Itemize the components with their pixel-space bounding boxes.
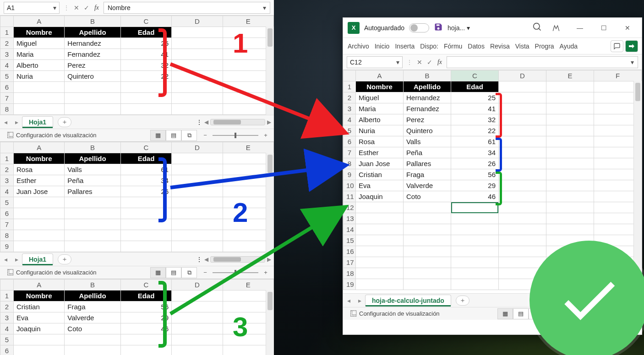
cell[interactable]: Fraga bbox=[65, 301, 121, 312]
cell[interactable] bbox=[65, 82, 121, 93]
column-header[interactable]: E bbox=[223, 142, 273, 153]
cell[interactable] bbox=[65, 241, 121, 252]
cell[interactable] bbox=[65, 208, 121, 219]
row-header[interactable]: 6 bbox=[0, 208, 14, 219]
cell[interactable] bbox=[120, 241, 171, 252]
row-header[interactable]: 18 bbox=[344, 268, 356, 279]
cell[interactable]: Joaquin bbox=[356, 191, 404, 202]
cell[interactable] bbox=[546, 114, 594, 125]
column-header[interactable]: C bbox=[120, 16, 171, 27]
cell[interactable]: 41 bbox=[451, 103, 499, 114]
cell[interactable] bbox=[498, 114, 546, 125]
cell[interactable] bbox=[498, 92, 546, 103]
cancel-icon[interactable]: ✕ bbox=[415, 59, 425, 66]
cell[interactable] bbox=[498, 191, 546, 202]
comments-button[interactable] bbox=[611, 40, 623, 52]
cell[interactable] bbox=[172, 93, 223, 104]
horizontal-scrollbar[interactable] bbox=[210, 119, 265, 125]
row-header[interactable]: 13 bbox=[344, 213, 356, 224]
header-cell[interactable]: Apellido bbox=[65, 290, 121, 301]
cell[interactable]: Esther bbox=[356, 147, 404, 158]
cell[interactable] bbox=[172, 323, 223, 334]
header-cell[interactable]: Nombre bbox=[13, 27, 64, 38]
row-header[interactable]: 6 bbox=[0, 82, 14, 93]
cell[interactable] bbox=[120, 104, 171, 115]
cell[interactable]: Peña bbox=[404, 147, 451, 158]
cell[interactable] bbox=[13, 241, 64, 252]
cell[interactable] bbox=[546, 158, 594, 169]
cell[interactable] bbox=[546, 147, 594, 158]
view-page-break-button[interactable]: ⧉ bbox=[181, 267, 197, 278]
cell[interactable] bbox=[546, 136, 594, 147]
display-settings-button[interactable]: ⿺ Configuración de visualización bbox=[7, 269, 97, 276]
vertical-scrollbar[interactable] bbox=[266, 27, 274, 115]
cell[interactable]: 34 bbox=[451, 147, 499, 158]
cell[interactable] bbox=[356, 213, 404, 224]
cell[interactable]: Coto bbox=[65, 323, 121, 334]
formula-input[interactable]: ▾ bbox=[447, 56, 638, 68]
ribbon-tab[interactable]: Ayuda bbox=[557, 38, 580, 54]
cell[interactable] bbox=[13, 104, 64, 115]
cell[interactable] bbox=[546, 169, 594, 180]
column-header[interactable]: A bbox=[356, 70, 404, 81]
cell[interactable]: Juan Jose bbox=[356, 158, 404, 169]
cell[interactable] bbox=[546, 202, 594, 213]
chevron-down-icon[interactable]: ▾ bbox=[396, 59, 399, 66]
row-header[interactable]: 3 bbox=[0, 312, 14, 323]
cell[interactable] bbox=[451, 224, 499, 235]
row-header[interactable]: 2 bbox=[344, 92, 356, 103]
zoom-in-button[interactable]: + bbox=[262, 132, 269, 139]
row-header[interactable]: 8 bbox=[0, 104, 14, 115]
cell[interactable] bbox=[13, 93, 64, 104]
cell[interactable]: Maria bbox=[356, 103, 404, 114]
row-header[interactable]: 9 bbox=[0, 241, 14, 252]
sheet-tab-hoja1[interactable]: Hoja1 bbox=[22, 116, 53, 128]
chevron-down-icon[interactable]: ▾ bbox=[53, 4, 56, 11]
save-icon[interactable] bbox=[434, 22, 443, 33]
cell[interactable] bbox=[546, 103, 594, 114]
ribbon-tab[interactable]: Datos bbox=[465, 38, 487, 54]
column-header[interactable]: E bbox=[223, 16, 273, 27]
cell[interactable] bbox=[546, 81, 594, 92]
cell[interactable]: Peña bbox=[65, 175, 121, 186]
column-header[interactable]: D bbox=[172, 16, 223, 27]
maximize-button[interactable]: ☐ bbox=[594, 21, 613, 35]
cell[interactable] bbox=[451, 202, 499, 213]
account-icon[interactable] bbox=[546, 21, 566, 35]
view-page-layout-button[interactable]: ▤ bbox=[166, 130, 181, 141]
row-header[interactable]: 7 bbox=[344, 147, 356, 158]
cell[interactable] bbox=[172, 186, 223, 197]
file-name[interactable]: hoja... ▾ bbox=[448, 24, 470, 32]
cell[interactable] bbox=[451, 235, 499, 246]
cell[interactable] bbox=[404, 257, 451, 268]
fx-icon[interactable]: fx bbox=[92, 4, 102, 11]
cell[interactable] bbox=[498, 169, 546, 180]
cell[interactable] bbox=[13, 197, 64, 208]
cell[interactable] bbox=[356, 268, 404, 279]
cell[interactable] bbox=[404, 224, 451, 235]
vertical-scrollbar[interactable] bbox=[633, 81, 642, 293]
cell[interactable]: Fernandez bbox=[404, 103, 451, 114]
header-cell[interactable]: Edad bbox=[451, 81, 499, 92]
row-header[interactable]: 4 bbox=[344, 114, 356, 125]
cell[interactable]: Eva bbox=[356, 180, 404, 191]
view-page-break-button[interactable]: ⧉ bbox=[181, 130, 197, 141]
column-header[interactable]: A bbox=[13, 142, 64, 153]
sheet-tab-merged[interactable]: hoja-de-calculo-juntado bbox=[365, 295, 451, 306]
cell[interactable]: 32 bbox=[451, 114, 499, 125]
confirm-icon[interactable]: ✓ bbox=[82, 4, 92, 11]
row-header[interactable]: 7 bbox=[0, 219, 14, 230]
cell[interactable] bbox=[546, 213, 594, 224]
cell[interactable] bbox=[13, 334, 64, 345]
cell[interactable] bbox=[13, 82, 64, 93]
cell[interactable]: Nuria bbox=[356, 125, 404, 136]
row-header[interactable]: 6 bbox=[0, 345, 14, 355]
row-header[interactable]: 12 bbox=[344, 202, 356, 213]
cell[interactable] bbox=[172, 230, 223, 241]
cell[interactable] bbox=[172, 153, 223, 164]
column-header[interactable]: D bbox=[172, 280, 223, 290]
column-header[interactable]: C bbox=[120, 142, 171, 153]
cell[interactable]: Miguel bbox=[356, 92, 404, 103]
cell[interactable] bbox=[451, 246, 499, 257]
column-header[interactable]: D bbox=[498, 70, 546, 81]
